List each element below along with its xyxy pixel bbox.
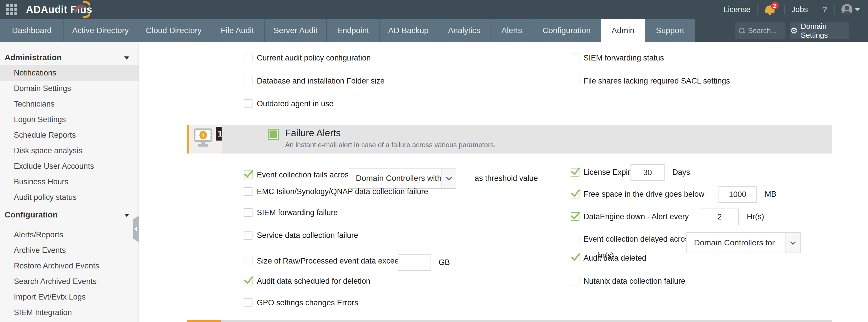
checkbox-raw-data-size[interactable] xyxy=(244,257,252,265)
tab-server-audit[interactable]: Server Audit xyxy=(265,19,327,42)
sidebar-item-search-archived-events[interactable]: Search Archived Events xyxy=(0,274,138,289)
checkbox-label: GPO settings changes Errors xyxy=(257,298,358,307)
checkbox-label: Size of Raw/Processed event data exceeds xyxy=(257,257,407,265)
tab-configuration[interactable]: Configuration xyxy=(532,19,601,42)
checkbox-label: Database and installation Folder size xyxy=(257,77,385,85)
raw-data-size-input[interactable] xyxy=(398,254,431,271)
checkbox-current-audit-policy[interactable] xyxy=(244,53,252,62)
tab-ad-backup[interactable]: AD Backup xyxy=(380,19,437,42)
threshold-scope-select[interactable]: Domain Controllers with xyxy=(348,168,456,189)
checkbox-service-data-failure[interactable] xyxy=(244,231,252,240)
sidebar-section-configuration[interactable]: Configuration xyxy=(0,207,138,222)
checkbox-dataengine-down[interactable] xyxy=(571,212,580,221)
sidebar-item-technicians[interactable]: Technicians xyxy=(0,96,138,112)
sidebar-item-exclude-user-accounts[interactable]: Exclude User Accounts xyxy=(0,158,138,174)
sidebar-item-disk-space-analysis[interactable]: Disk space analysis xyxy=(0,143,138,158)
section-enabled-toggle[interactable] xyxy=(268,129,279,140)
checkbox-database-folder-size[interactable] xyxy=(244,77,252,85)
checkbox-label: Event collection fails across xyxy=(257,171,352,179)
notifications-count-badge: 2 xyxy=(771,2,779,9)
tab-cloud-directory[interactable]: Cloud Directory xyxy=(137,19,210,42)
user-menu[interactable] xyxy=(841,4,860,15)
checkbox-label: Audit data scheduled for deletion xyxy=(257,277,370,285)
separator xyxy=(815,5,815,14)
checkbox-label: File shares lacking required SACL settin… xyxy=(584,77,730,85)
separator xyxy=(834,5,835,14)
domain-settings-button[interactable]: ⚙ Domain Settings xyxy=(790,23,849,39)
admin-sidebar: Administration Notifications Domain Sett… xyxy=(0,42,139,322)
notifications-bell-icon[interactable]: 2 xyxy=(765,3,777,16)
checkbox-siem-forwarding-status[interactable] xyxy=(571,53,580,62)
checkbox-label: DataEngine down - Alert every xyxy=(584,212,689,221)
sidebar-section-administration[interactable]: Administration xyxy=(0,50,138,65)
checkbox-nutanix-failure[interactable] xyxy=(571,277,580,285)
avatar-icon xyxy=(841,4,852,15)
sidebar-item-notifications[interactable]: Notifications xyxy=(0,65,138,81)
tab-analytics[interactable]: Analytics xyxy=(437,19,491,42)
sidebar-item-domain-settings[interactable]: Domain Settings xyxy=(0,81,138,96)
sidebar-item-alerts-reports[interactable]: Alerts/Reports xyxy=(0,227,138,243)
checkbox-label: SIEM forwarding status xyxy=(584,53,664,62)
sidebar-item-siem-integration[interactable]: SIEM Integration xyxy=(0,305,138,320)
tab-alerts[interactable]: Alerts xyxy=(491,19,532,42)
checkbox-label: EMC Isilon/Synology/QNAP data collection… xyxy=(257,187,428,196)
checkbox-label: Audit data deleted xyxy=(584,254,646,262)
sidebar-collapse-handle[interactable] xyxy=(133,215,139,243)
content-right-divider xyxy=(832,42,832,322)
sidebar-item-schedule-reports[interactable]: Schedule Reports xyxy=(0,127,138,143)
failure-alerts-section-header: i 1 Failure Alerts An instant e-mail ale… xyxy=(187,125,832,153)
section-accent-stripe xyxy=(187,125,189,153)
license-link[interactable]: License xyxy=(724,5,750,14)
help-icon[interactable]: ? xyxy=(822,5,827,14)
sidebar-item-business-hours[interactable]: Business Hours xyxy=(0,174,138,189)
logo-swoosh-icon xyxy=(71,1,90,19)
checkbox-gpo-settings-errors[interactable] xyxy=(244,298,252,307)
checkbox-siem-forwarding-failure[interactable] xyxy=(244,208,252,217)
topbar-right-menu: License 2 Jobs ? xyxy=(724,0,860,19)
dataengine-hours-input[interactable] xyxy=(701,209,739,225)
chevron-down-icon xyxy=(124,214,129,217)
checkbox-event-collection-delayed[interactable] xyxy=(571,235,580,243)
apps-grid-icon[interactable] xyxy=(6,4,18,15)
license-expiry-days-input[interactable] xyxy=(630,164,664,181)
search-input[interactable] xyxy=(748,27,783,35)
sidebar-item-restore-archived-events[interactable]: Restore Archived Events xyxy=(0,258,138,274)
sidebar-item-archive-events[interactable]: Archive Events xyxy=(0,243,138,258)
tab-endpoint[interactable]: Endpoint xyxy=(327,19,380,42)
tab-support[interactable]: Support xyxy=(645,19,695,42)
sidebar-item-audit-policy-status[interactable]: Audit policy status xyxy=(0,189,138,205)
section-title: Failure Alerts xyxy=(285,128,341,139)
tab-dashboard[interactable]: Dashboard xyxy=(0,19,64,42)
tab-file-audit[interactable]: File Audit xyxy=(210,19,265,42)
checkbox-audit-data-scheduled-deletion[interactable] xyxy=(244,277,252,285)
checkbox-free-space[interactable] xyxy=(571,190,580,199)
checkbox-emc-isilon-failure[interactable] xyxy=(244,187,252,196)
sidebar-item-import-evt-logs[interactable]: Import Evt/Evtx Logs xyxy=(0,289,138,305)
content-left-border xyxy=(187,153,187,320)
top-bar: ADAudit Plus License 2 Jobs ? xyxy=(0,0,868,19)
search-icon xyxy=(739,28,745,34)
gear-icon: ⚙ xyxy=(790,27,798,35)
tab-admin[interactable]: Admin xyxy=(601,19,645,42)
next-section-band-edge xyxy=(221,320,832,322)
domain-settings-label: Domain Settings xyxy=(801,22,849,40)
jobs-link[interactable]: Jobs xyxy=(792,5,808,14)
chevron-down-icon xyxy=(855,8,860,11)
checkbox-outdated-agent[interactable] xyxy=(244,99,252,108)
checkbox-audit-data-deleted[interactable] xyxy=(571,254,580,262)
tab-active-directory[interactable]: Active Directory xyxy=(64,19,137,42)
free-space-mb-input[interactable] xyxy=(718,186,756,203)
sidebar-item-logon-settings[interactable]: Logon Settings xyxy=(0,112,138,127)
hrs-unit-label: Hr(s) xyxy=(747,212,764,221)
checkbox-label: Current audit policy configuration xyxy=(257,53,371,62)
mb-unit-label: MB xyxy=(765,190,777,199)
checkbox-label: Free space in the drive goes below xyxy=(584,190,704,199)
checkbox-label: Event collection delayed across xyxy=(584,235,692,243)
delayed-scope-select[interactable]: Domain Controllers for xyxy=(686,232,801,253)
checkbox-file-shares-sacl[interactable] xyxy=(571,77,580,85)
chevron-down-icon xyxy=(124,57,129,60)
checkbox-license-expiry[interactable] xyxy=(571,168,580,177)
checkbox-label: Outdated agent in use xyxy=(257,99,334,108)
separator xyxy=(784,5,785,14)
checkbox-event-collection-fails[interactable] xyxy=(244,171,252,179)
